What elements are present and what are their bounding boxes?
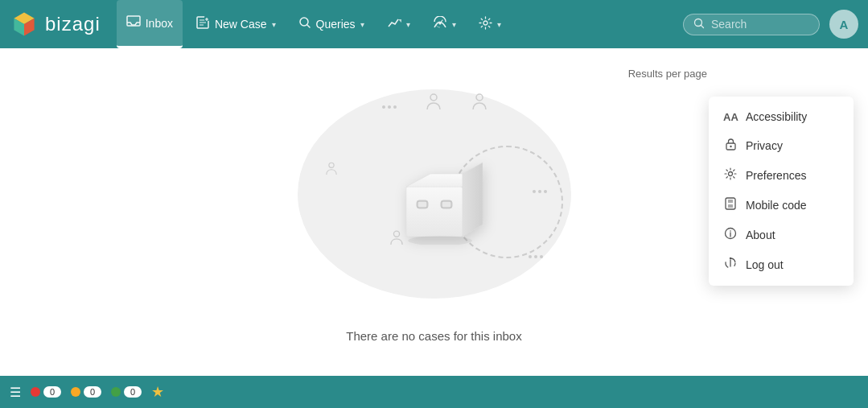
dots-3 <box>529 255 543 258</box>
results-per-page: Results per page <box>628 68 707 80</box>
svg-point-25 <box>730 146 731 147</box>
settings-icon <box>479 16 492 33</box>
svg-point-31 <box>730 230 731 232</box>
settings-chevron: ▾ <box>497 20 501 29</box>
privacy-icon <box>723 138 738 153</box>
search-bar[interactable] <box>683 14 820 35</box>
svg-rect-16 <box>406 187 463 237</box>
settings-dropdown: AA Accessibility Privacy Preferen <box>709 97 854 286</box>
charts-chevron: ▾ <box>406 20 410 29</box>
badge-count-yellow: 0 <box>84 386 101 398</box>
svg-point-12 <box>430 94 437 101</box>
svg-point-33 <box>730 258 731 259</box>
mobile-code-label: Mobile code <box>746 199 807 212</box>
inbox-label: Inbox <box>146 17 173 30</box>
nav-settings[interactable]: ▾ <box>469 0 511 48</box>
badge-dot-red <box>31 387 40 397</box>
badge-dot-yellow <box>71 387 80 397</box>
svg-point-10 <box>483 21 487 25</box>
avatar[interactable]: A <box>829 10 858 39</box>
svg-point-13 <box>476 94 483 101</box>
preferences-icon <box>723 167 738 183</box>
header: bizagi Inbox New Case ▾ <box>0 0 868 48</box>
svg-point-26 <box>729 172 733 176</box>
person-icon-2 <box>472 93 487 115</box>
privacy-label: Privacy <box>746 139 783 152</box>
badge-dot-green <box>111 387 121 397</box>
search-icon <box>693 18 705 31</box>
search-input[interactable] <box>711 18 808 31</box>
accessibility-label: Accessibility <box>746 110 807 123</box>
badge-red[interactable]: 0 <box>31 386 61 398</box>
badge-count-green: 0 <box>124 386 142 398</box>
dropdown-mobile-code[interactable]: Mobile code <box>709 190 854 220</box>
star-icon[interactable]: ★ <box>151 383 164 401</box>
nav-charts[interactable]: ▾ <box>377 0 420 48</box>
nav-queries[interactable]: Queries ▾ <box>289 0 374 48</box>
gauge-icon <box>433 16 447 32</box>
new-case-label: New Case <box>215 18 267 31</box>
gauge-chevron: ▾ <box>452 20 456 29</box>
dropdown-about[interactable]: About <box>709 220 854 249</box>
svg-point-23 <box>408 236 472 245</box>
svg-rect-29 <box>728 204 733 208</box>
bottom-bar: ☰ 0 0 0 ★ <box>0 376 868 408</box>
svg-marker-8 <box>398 19 401 23</box>
svg-marker-17 <box>406 174 463 187</box>
dots-2 <box>533 190 547 193</box>
queries-label: Queries <box>316 18 356 31</box>
main-content: Results per page <box>0 48 868 376</box>
dropdown-privacy[interactable]: Privacy <box>709 130 854 160</box>
logo-icon <box>10 10 39 39</box>
empty-state: There are no cases for this inbox <box>241 49 627 359</box>
logo[interactable]: bizagi <box>10 10 101 39</box>
logo-text: bizagi <box>45 13 101 35</box>
dropdown-preferences[interactable]: Preferences <box>709 160 854 190</box>
person-icon-3 <box>326 162 337 180</box>
inbox-icon <box>126 15 141 31</box>
dropdown-accessibility[interactable]: AA Accessibility <box>709 103 854 130</box>
accessibility-icon: AA <box>723 111 738 123</box>
preferences-label: Preferences <box>746 169 806 182</box>
new-case-chevron: ▾ <box>272 20 276 29</box>
logout-label: Log out <box>746 258 784 271</box>
queries-chevron: ▾ <box>360 20 364 29</box>
menu-icon[interactable]: ☰ <box>10 385 21 400</box>
queries-icon <box>298 16 311 32</box>
svg-marker-18 <box>463 163 483 237</box>
person-icon-1 <box>426 93 441 115</box>
about-label: About <box>746 229 775 241</box>
nav-new-case[interactable]: New Case ▾ <box>186 0 286 48</box>
svg-rect-28 <box>728 200 733 203</box>
illustration <box>257 65 611 323</box>
empty-message: There are no cases for this inbox <box>346 329 521 343</box>
svg-rect-4 <box>127 16 140 26</box>
nav-inbox[interactable]: Inbox <box>117 0 183 48</box>
new-case-icon <box>195 16 210 32</box>
about-icon <box>723 227 738 242</box>
badge-yellow[interactable]: 0 <box>71 386 101 398</box>
charts-icon <box>387 16 401 32</box>
empty-inbox-box <box>386 156 483 248</box>
svg-point-14 <box>328 163 333 167</box>
nav-gauge[interactable]: ▾ <box>423 0 466 48</box>
logout-icon <box>723 257 738 272</box>
badge-green[interactable]: 0 <box>111 386 142 398</box>
badge-count-red: 0 <box>43 386 61 398</box>
dropdown-logout[interactable]: Log out <box>709 249 854 279</box>
mobile-code-icon <box>723 197 738 212</box>
dots-1 <box>382 105 397 109</box>
